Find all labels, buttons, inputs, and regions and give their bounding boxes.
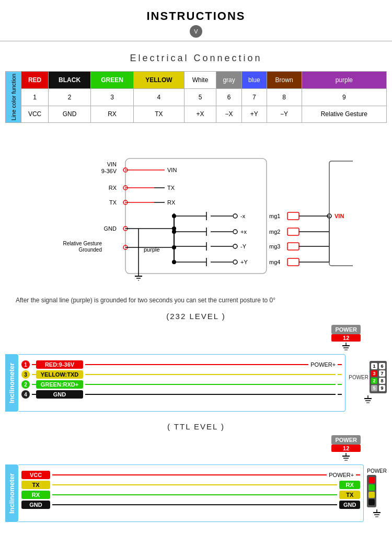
num-cell-8: 8 [267, 88, 302, 106]
svg-point-70 [172, 214, 176, 218]
svg-point-72 [172, 260, 176, 264]
num-cell-1: 1 [21, 88, 49, 106]
func-cell-5: −X [216, 106, 242, 123]
ttl-label-gnd: GND [21, 501, 50, 509]
right-pin-9: 9 [379, 385, 385, 391]
func-cell-0: VCC [21, 106, 49, 123]
col-header-brown: Brown [267, 72, 302, 89]
ttl-wire-tx: TX RX [21, 481, 360, 489]
ttl-label-rx: RX [21, 491, 50, 499]
wire-label-green: GREEN:RXD+ [36, 380, 83, 389]
ttl-pin-rx [368, 484, 375, 491]
page-title: INSTRUCTIONS [0, 9, 392, 23]
func-cell-8: Relative Gesture [302, 106, 386, 123]
right-pin-8: 8 [379, 378, 385, 384]
header-divider [0, 41, 392, 41]
diagram-ttl-title: ( TTL EVEL ) [5, 422, 387, 431]
col-line-function: Line color function [6, 72, 21, 123]
num-cell-6: 6 [216, 88, 242, 106]
wire-num-2: 2 [21, 380, 30, 389]
func-cell-7: −Y [267, 106, 302, 123]
svg-text:RX: RX [109, 185, 117, 191]
conn-table: Line color functionREDBLACKGREENYELLOWWh… [5, 71, 387, 123]
col-header-purple: purple [302, 72, 386, 89]
right-pin-6: 6 [379, 363, 385, 369]
svg-text:VIN: VIN [167, 167, 177, 173]
svg-point-34 [233, 230, 237, 234]
svg-text:+Y: +Y [240, 259, 248, 265]
func-cell-6: +Y [241, 106, 267, 123]
col-header-blue: blue [241, 72, 267, 89]
ground-symbol-232-right [363, 395, 373, 405]
ttl-right-tx: TX [339, 491, 360, 499]
svg-text:mg1: mg1 [269, 213, 280, 219]
svg-text:TX: TX [167, 185, 175, 191]
wire-row-red: 1 RED:9-36V POWER+ [21, 360, 342, 369]
svg-point-71 [172, 230, 176, 234]
wire-num-1: 1 [21, 360, 30, 369]
section-title: Electrical Connection [0, 53, 392, 64]
ground-symbol-ttl-right [372, 509, 382, 519]
version-badge: V [190, 25, 202, 38]
svg-text:RX: RX [167, 199, 176, 206]
svg-text:9-36V: 9-36V [101, 168, 117, 174]
svg-text:Relative Gesture: Relative Gesture [63, 241, 102, 246]
col-header-black: BLACK [49, 72, 91, 89]
svg-rect-53 [287, 258, 299, 266]
power-num-ttl: 12 [331, 445, 361, 452]
wire-label-red: RED:9-36V [36, 360, 83, 369]
svg-text:GND: GND [104, 225, 117, 232]
func-cell-1: GND [49, 106, 91, 123]
svg-text:mg4: mg4 [269, 259, 280, 265]
right-pin-5: 5 [371, 385, 377, 391]
col-header-red: RED [21, 72, 49, 89]
right-pin-2: 2 [371, 378, 377, 384]
right-power-label-232: POWER [349, 375, 368, 380]
ttl-wire-vcc: VCC POWER+ [21, 471, 360, 479]
diagram-232-title: (232 LEVEL ) [5, 312, 387, 321]
power-box-ttl: POWER [331, 435, 361, 445]
wiring-svg: VIN 9-36V VIN RX TX TX RX GND Relative G… [39, 132, 353, 289]
svg-point-42 [233, 244, 237, 248]
inclinometer-box-ttl: Inclinometer [5, 464, 18, 522]
diagram-ttl: ( TTL EVEL ) POWER 12 Inclinometer VCC [5, 422, 387, 522]
right-pin-7: 7 [379, 370, 385, 377]
wire-label-gnd: GND [36, 390, 83, 399]
ttl-right-power-label: POWER [367, 468, 387, 474]
svg-rect-29 [287, 212, 299, 220]
wire-num-4: 4 [21, 390, 30, 399]
ttl-pin-gnd [368, 499, 375, 505]
ttl-pin-tx [368, 492, 375, 498]
col-header-white: White [184, 72, 216, 89]
ttl-label-vcc: VCC [21, 471, 50, 479]
svg-point-69 [172, 245, 176, 249]
func-cell-2: RX [90, 106, 133, 123]
svg-point-26 [233, 214, 237, 218]
col-header-yellow: YELLOW [133, 72, 184, 89]
svg-text:Grounded: Grounded [79, 247, 102, 253]
svg-text:-Y: -Y [240, 243, 247, 249]
func-cell-3: TX [133, 106, 184, 123]
svg-text:+x: +x [240, 229, 247, 235]
wire-row-green: 2 GREEN:RXD+ [21, 380, 342, 389]
svg-rect-37 [287, 228, 299, 235]
col-header-green: GREEN [90, 72, 133, 89]
wiring-diagram: VIN 9-36V VIN RX TX TX RX GND Relative G… [0, 132, 392, 289]
ttl-wire-rx: RX TX [21, 491, 360, 499]
wiring-caption: After the signal line (purple) is ground… [0, 293, 392, 312]
svg-point-50 [233, 260, 237, 264]
page-header: INSTRUCTIONS V [0, 0, 392, 41]
svg-text:TX: TX [109, 199, 117, 206]
right-pin-1: 1 [371, 363, 377, 369]
ttl-pin-placeholder [368, 477, 375, 483]
num-cell-9: 9 [302, 88, 386, 106]
ground-symbol-232 [341, 343, 351, 352]
svg-text:mg2: mg2 [269, 229, 280, 235]
svg-text:VIN: VIN [107, 161, 117, 167]
ttl-wire-gnd: GND GND [21, 501, 360, 509]
electrical-connection-table: Line color functionREDBLACKGREENYELLOWWh… [0, 71, 392, 123]
func-cell-4: +X [184, 106, 216, 123]
num-cell-4: 4 [133, 88, 184, 106]
ground-symbol-ttl [341, 453, 351, 462]
svg-text:VIN: VIN [335, 213, 344, 219]
